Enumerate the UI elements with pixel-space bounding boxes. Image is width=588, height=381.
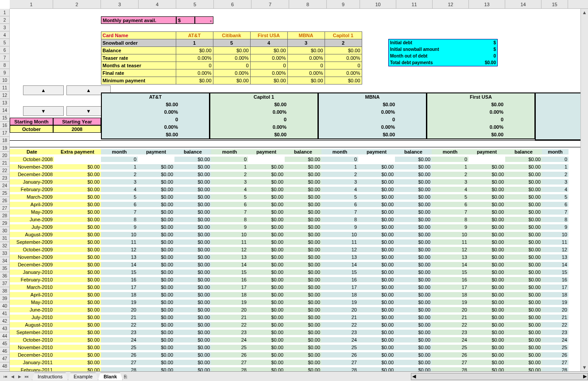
cell[interactable]: $0.00 xyxy=(358,315,395,320)
cell[interactable]: 12 xyxy=(101,247,138,252)
cell[interactable]: $0.00 xyxy=(468,269,505,275)
cell[interactable]: $0.00 xyxy=(358,164,395,169)
cell[interactable]: June-2009 xyxy=(10,217,54,222)
schedule-row[interactable]: February-2009$0.004$0.00$0.004$0.00$0.00… xyxy=(10,185,569,193)
card-cell[interactable]: 1 xyxy=(176,39,213,47)
cell[interactable]: $0.00 xyxy=(174,352,211,358)
cell[interactable]: 6 xyxy=(432,202,468,207)
cell[interactable]: October-2010 xyxy=(10,337,54,343)
schedule-row[interactable]: January-2011$0.0027$0.00$0.0027$0.00$0.0… xyxy=(10,358,569,366)
cell[interactable]: 14 xyxy=(542,262,569,267)
cell[interactable]: $0.00 xyxy=(248,322,285,327)
cell[interactable]: $0.00 xyxy=(468,315,505,320)
cell[interactable]: 1 xyxy=(542,164,569,169)
schedule-row[interactable]: November-2009$0.0013$0.00$0.0013$0.00$0.… xyxy=(10,253,569,261)
cell[interactable]: February-2009 xyxy=(10,187,54,192)
cell[interactable]: $0.00 xyxy=(395,352,432,358)
cell[interactable]: 9 xyxy=(101,224,138,230)
cell[interactable]: $0.00 xyxy=(395,337,432,343)
cell[interactable]: $0.00 xyxy=(174,179,211,185)
row-header-21[interactable]: 21 xyxy=(0,159,9,167)
cell[interactable]: 20 xyxy=(432,307,468,312)
cell[interactable]: $0.00 xyxy=(468,292,505,297)
cell[interactable]: 5 xyxy=(211,194,248,200)
card-cell[interactable]: $0.00 xyxy=(250,77,288,85)
cell[interactable]: 13 xyxy=(542,254,569,260)
cell[interactable]: 1 xyxy=(321,164,358,169)
cell[interactable]: 9 xyxy=(211,224,248,230)
card-cell[interactable]: 0.00% xyxy=(287,54,325,62)
cell[interactable]: $0.00 xyxy=(138,187,174,192)
cell[interactable]: $0.00 xyxy=(468,224,505,230)
cell[interactable]: 6 xyxy=(321,202,358,207)
cell[interactable]: 0 xyxy=(211,157,248,162)
cell[interactable]: $0.00 xyxy=(395,157,432,162)
cell[interactable]: $0.00 xyxy=(505,202,542,207)
cell[interactable]: $0.00 xyxy=(505,157,542,162)
schedule-row[interactable]: July-2010$0.0021$0.00$0.0021$0.00$0.0021… xyxy=(10,313,569,321)
card-cell[interactable]: 0.00% xyxy=(250,54,288,62)
cell[interactable]: 21 xyxy=(101,315,138,320)
cell[interactable]: 17 xyxy=(542,285,569,290)
cell[interactable]: $0.00 xyxy=(395,322,432,327)
row-header-31[interactable]: 31 xyxy=(0,235,9,242)
row-header-37[interactable]: 37 xyxy=(0,280,9,287)
cell[interactable]: $0.00 xyxy=(138,337,174,343)
cell[interactable]: $0.00 xyxy=(395,247,432,252)
cell[interactable]: $0.00 xyxy=(358,254,395,260)
schedule-row[interactable]: September-2009$0.0011$0.00$0.0011$0.00$0… xyxy=(10,238,569,246)
cell[interactable]: $0.00 xyxy=(505,292,542,297)
cell[interactable]: $0.00 xyxy=(358,322,395,327)
row-header-6[interactable]: 6 xyxy=(0,46,9,54)
cell[interactable]: $0.00 xyxy=(468,337,505,343)
row-header-38[interactable]: 38 xyxy=(0,287,9,295)
cell[interactable]: March-2009 xyxy=(10,194,54,200)
cell[interactable]: 6 xyxy=(211,202,248,207)
cell[interactable]: $0.00 xyxy=(54,360,101,365)
cell[interactable]: 2 xyxy=(321,172,358,177)
scroll-up-button[interactable]: ▲ xyxy=(581,9,588,16)
cell[interactable]: 28 xyxy=(211,367,248,372)
cell[interactable]: $0.00 xyxy=(248,345,285,350)
schedule-row[interactable]: April-2010$0.0018$0.00$0.0018$0.00$0.001… xyxy=(10,291,569,298)
cell[interactable]: $0.00 xyxy=(358,247,395,252)
cell[interactable]: $0.00 xyxy=(248,164,285,169)
cell[interactable]: $0.00 xyxy=(138,224,174,230)
cell[interactable]: $0.00 xyxy=(174,277,211,282)
row-header-35[interactable]: 35 xyxy=(0,265,9,272)
cell[interactable]: $0.00 xyxy=(395,202,432,207)
cell[interactable]: 21 xyxy=(542,315,569,320)
cell[interactable]: 17 xyxy=(321,285,358,290)
cell[interactable]: $0.00 xyxy=(505,300,542,305)
cell[interactable]: $0.00 xyxy=(54,307,101,312)
cell[interactable]: 23 xyxy=(542,330,569,335)
cell[interactable]: $0.00 xyxy=(505,239,542,245)
schedule-row[interactable]: October-2009$0.0012$0.00$0.0012$0.00$0.0… xyxy=(10,246,569,253)
cell[interactable]: $0.00 xyxy=(174,262,211,267)
cell[interactable]: $0.00 xyxy=(248,239,285,245)
card-cell[interactable]: 4 xyxy=(250,39,288,47)
cell[interactable]: $0.00 xyxy=(174,367,211,372)
cell[interactable]: $0.00 xyxy=(285,307,321,312)
cell[interactable]: $0.00 xyxy=(285,277,321,282)
cell[interactable]: $0.00 xyxy=(505,330,542,335)
cell[interactable]: $0.00 xyxy=(395,360,432,365)
schedule-row[interactable]: October-2010$0.0024$0.00$0.0024$0.00$0.0… xyxy=(10,336,569,343)
cell[interactable]: $0.00 xyxy=(285,254,321,260)
card-cell[interactable]: $0.00 xyxy=(213,77,251,85)
cell[interactable]: $0.00 xyxy=(138,239,174,245)
row-header-9[interactable]: 9 xyxy=(0,69,9,77)
cell[interactable]: 22 xyxy=(321,322,358,327)
cell[interactable]: $0.00 xyxy=(395,217,432,222)
row-header-28[interactable]: 28 xyxy=(0,212,9,219)
cell[interactable]: $0.00 xyxy=(505,322,542,327)
cell[interactable]: $0.00 xyxy=(395,179,432,185)
scroll-down-button[interactable]: ▼ xyxy=(581,364,588,371)
cell[interactable]: $0.00 xyxy=(505,164,542,169)
cell[interactable]: $0.00 xyxy=(54,285,101,290)
cell[interactable]: 28 xyxy=(321,367,358,372)
cell[interactable]: 10 xyxy=(321,232,358,237)
cell[interactable]: March-2010 xyxy=(10,285,54,290)
cell[interactable]: $0.00 xyxy=(468,164,505,169)
cell[interactable]: 7 xyxy=(321,209,358,215)
